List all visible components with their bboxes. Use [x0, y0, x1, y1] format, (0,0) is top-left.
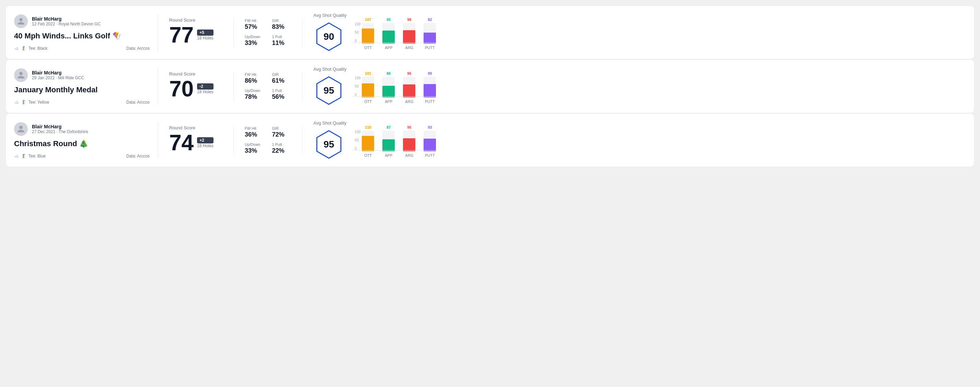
bar-group-app: 86 APP: [382, 71, 395, 104]
bar-fill-app: [382, 86, 395, 97]
bar-label-putt: PUTT: [425, 100, 435, 104]
player-info: Blair McHarg 27 Dec 2021 · The Oxfordshi…: [32, 124, 88, 134]
player-header: Blair McHarg 27 Dec 2021 · The Oxfordshi…: [14, 122, 150, 136]
score-holes: 18 Holes: [197, 36, 213, 40]
bar-value-arg: 98: [407, 17, 411, 22]
bar-group-putt: 82 PUTT: [423, 17, 436, 50]
card-left-1: Blair McHarg 12 Feb 2022 · Royal North D…: [14, 14, 158, 51]
quality-score: 90: [323, 31, 334, 42]
bar-value-putt: 82: [428, 17, 432, 22]
bar-chart: 100 50 0 101 OTT 86 APP 96: [355, 69, 966, 104]
hexagon-container: 95: [313, 129, 344, 160]
round-title: 40 Mph Winds... Links Golf 🪁: [14, 32, 150, 40]
gir-label: GIR: [272, 19, 291, 23]
chart-container: 100 50 0 110 OTT 87 APP 95: [355, 123, 966, 157]
tee-info: ☁️ 🏌️ Tee: Black: [14, 46, 48, 51]
card-quality-2: Avg Shot Quality 95 100 50 0: [302, 67, 966, 106]
round-card-2: Blair McHarg 29 Jan 2022 · Mill Ride GCC…: [5, 59, 975, 113]
updown-value: 33%: [245, 147, 264, 154]
hexagon-container: 95: [313, 75, 344, 106]
bar-wrapper-putt: [423, 131, 436, 151]
card-footer: ☁️ 🏌️ Tee: Blue Data: Arccos: [14, 154, 150, 159]
one-putt-value: 22%: [272, 147, 291, 154]
quality-score: 95: [323, 85, 334, 96]
bar-wrapper-app: [382, 23, 395, 44]
quality-label: Avg Shot Quality: [313, 121, 347, 125]
bar-group-arg: 95 ARG: [403, 125, 415, 157]
updown-value: 78%: [245, 93, 264, 100]
score-holes: 18 Holes: [197, 143, 213, 148]
player-name: Blair McHarg: [32, 16, 100, 22]
bar-value-ott: 110: [365, 125, 371, 129]
gir-label: GIR: [272, 72, 291, 76]
fw-hit-value: 57%: [245, 23, 264, 30]
one-putt-label: 1 Putt: [272, 89, 291, 93]
bag-icon: 🏌️: [21, 154, 26, 159]
bag-icon: 🏌️: [21, 100, 26, 105]
hexagon-container: 90: [313, 21, 344, 52]
bar-wrapper-arg: [403, 23, 415, 44]
card-stats-2: FW Hit 86% GIR 61% Up/Down 78% 1 Putt 56…: [234, 72, 302, 100]
player-info: Blair McHarg 29 Jan 2022 · Mill Ride GCC: [32, 70, 84, 80]
score-badge: +2: [197, 137, 213, 143]
chart-container: 100 50 0 107 OTT 95 APP 98: [355, 16, 966, 50]
card-score-3: Round Score 74 +2 18 Holes: [158, 125, 234, 155]
gir-value: 83%: [272, 23, 291, 30]
score-diff-wrap: -2 18 Holes: [197, 83, 213, 94]
chart-bars: 110 OTT 87 APP 95 ARG 93 PU: [362, 123, 436, 157]
bar-value-arg: 96: [407, 71, 411, 76]
y-axis-top: 100: [355, 76, 361, 80]
stats-grid: FW Hit 57% GIR 83% Up/Down 33% 1 Putt 11…: [245, 19, 291, 47]
card-footer: ☁️ 🏌️ Tee: Black Data: Arccos: [14, 46, 150, 51]
one-putt-value: 11%: [272, 40, 291, 47]
tee-label: Tee: Blue: [29, 154, 46, 159]
bar-chart: 100 50 0 107 OTT 95 APP 98: [355, 16, 966, 50]
one-putt-label: 1 Putt: [272, 35, 291, 39]
bar-group-app: 87 APP: [382, 125, 395, 157]
score-number: 74: [169, 132, 194, 154]
score-number: 70: [169, 78, 194, 100]
bar-wrapper-putt: [423, 23, 436, 44]
updown-label: Up/Down: [245, 35, 264, 39]
stat-updown: Up/Down 33%: [245, 35, 264, 47]
stat-fw-hit: FW Hit 36%: [245, 126, 264, 138]
round-title: January Monthly Medal: [14, 86, 150, 94]
round-card-3: Blair McHarg 27 Dec 2021 · The Oxfordshi…: [5, 113, 975, 167]
bar-label-arg: ARG: [405, 153, 413, 157]
player-header: Blair McHarg 12 Feb 2022 · Royal North D…: [14, 14, 150, 28]
stat-one-putt: 1 Putt 56%: [272, 89, 291, 100]
score-main: 70 -2 18 Holes: [169, 78, 223, 100]
bar-label-ott: OTT: [364, 100, 372, 104]
bar-label-putt: PUTT: [425, 153, 435, 157]
tee-label: Tee: Black: [29, 46, 48, 51]
bar-wrapper-ott: [362, 77, 374, 97]
quality-left: Avg Shot Quality 95: [313, 121, 347, 160]
score-number: 77: [169, 24, 194, 46]
y-axis: 100 50 0: [355, 130, 361, 157]
bar-fill-putt: [423, 33, 436, 43]
one-putt-value: 56%: [272, 93, 291, 100]
score-diff-wrap: +5 18 Holes: [197, 30, 213, 40]
bar-wrapper-arg: [403, 131, 415, 151]
bar-group-ott: 101 OTT: [362, 71, 374, 104]
y-axis-top: 100: [355, 130, 361, 134]
person-icon: [17, 125, 25, 133]
weather-icon: ☁️: [14, 154, 19, 159]
weather-icon: ☁️: [14, 100, 19, 105]
card-stats-3: FW Hit 36% GIR 72% Up/Down 33% 1 Putt 22…: [234, 126, 302, 154]
stat-one-putt: 1 Putt 11%: [272, 35, 291, 47]
bar-wrapper-app: [382, 131, 395, 151]
score-holes: 18 Holes: [197, 90, 213, 94]
updown-label: Up/Down: [245, 143, 264, 146]
one-putt-label: 1 Putt: [272, 143, 291, 146]
bar-fill-ott: [362, 29, 374, 43]
bar-label-ott: OTT: [364, 153, 372, 157]
bar-value-putt: 99: [428, 71, 432, 76]
avatar: [14, 122, 28, 136]
bar-group-ott: 110 OTT: [362, 125, 374, 157]
stats-grid: FW Hit 86% GIR 61% Up/Down 78% 1 Putt 56…: [245, 72, 291, 100]
player-header: Blair McHarg 29 Jan 2022 · Mill Ride GCC: [14, 68, 150, 82]
fw-hit-label: FW Hit: [245, 72, 264, 76]
bar-label-putt: PUTT: [425, 46, 435, 50]
tee-label: Tee: Yellow: [29, 100, 49, 105]
